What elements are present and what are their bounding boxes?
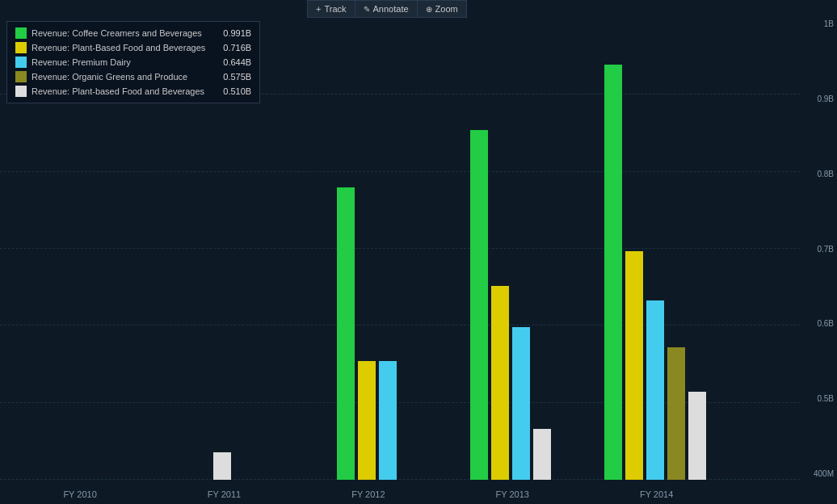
bar <box>667 347 685 480</box>
bar <box>337 187 355 480</box>
legend-value-2: 0.644B <box>210 57 251 67</box>
track-button[interactable]: + Track <box>308 1 355 17</box>
annotate-button[interactable]: ✎ Annotate <box>355 1 418 17</box>
legend-label-1: Revenue: Plant-Based Food and Beverages <box>32 43 205 52</box>
app-container: + Track ✎ Annotate ⊕ Zoom Revenue: Coffe… <box>0 0 837 504</box>
legend-color-plant <box>15 42 27 53</box>
y-label-6: 1B <box>824 19 834 28</box>
y-label-1: 0.5B <box>817 394 834 403</box>
x-label: FY 2013 <box>496 489 529 499</box>
bar <box>213 452 231 480</box>
grid-line-4 <box>0 248 801 249</box>
x-label: FY 2012 <box>351 489 385 499</box>
legend-color-dairy <box>15 57 27 68</box>
x-label: FY 2011 <box>208 489 241 499</box>
x-axis: FY 2010FY 2011FY 2012FY 2013FY 2014 <box>0 480 801 504</box>
y-label-4: 0.8B <box>817 170 834 178</box>
legend-label-3: Revenue: Organic Greens and Produce <box>32 72 187 82</box>
grid-line-3 <box>0 325 801 326</box>
legend-label-0: Revenue: Coffee Creamers and Beverages <box>32 28 202 38</box>
legend-item-2: Revenue: Premium Dairy 0.644B <box>15 55 251 69</box>
y-label-0: 400M <box>814 469 834 478</box>
legend-item-1: Revenue: Plant-Based Food and Beverages … <box>15 40 251 55</box>
bar <box>358 361 376 480</box>
annotate-icon: ✎ <box>364 5 370 14</box>
legend-value-0: 0.991B <box>210 28 251 38</box>
legend: Revenue: Coffee Creamers and Beverages 0… <box>6 21 260 103</box>
y-label-5: 0.9B <box>817 94 834 103</box>
grid-line-5 <box>0 171 801 172</box>
legend-item-4: Revenue: Plant-based Food and Beverages … <box>15 84 251 99</box>
bar <box>533 429 551 480</box>
zoom-button[interactable]: ⊕ Zoom <box>418 1 466 17</box>
legend-label-2: Revenue: Premium Dairy <box>32 57 131 67</box>
zoom-icon: ⊕ <box>426 5 432 14</box>
legend-label-4: Revenue: Plant-based Food and Beverages <box>32 86 204 96</box>
bar <box>491 286 509 480</box>
bar <box>646 300 664 480</box>
bar <box>688 392 706 480</box>
track-label: Track <box>324 4 346 14</box>
y-label-2: 0.6B <box>817 319 834 328</box>
bar <box>470 130 488 480</box>
legend-item-0: Revenue: Coffee Creamers and Beverages 0… <box>15 26 251 40</box>
legend-value-4: 0.510B <box>210 86 251 96</box>
legend-value-1: 0.716B <box>210 43 251 52</box>
x-label: FY 2010 <box>63 489 96 499</box>
x-label: FY 2014 <box>640 489 673 499</box>
bar <box>379 361 397 480</box>
bar <box>604 65 622 480</box>
toolbar: + Track ✎ Annotate ⊕ Zoom <box>307 0 467 18</box>
track-icon: + <box>316 4 321 14</box>
legend-color-coffee <box>15 27 27 39</box>
bar <box>512 327 530 480</box>
legend-color-plantbev <box>15 86 27 97</box>
annotate-label: Annotate <box>373 4 409 14</box>
legend-item-3: Revenue: Organic Greens and Produce 0.57… <box>15 69 251 84</box>
y-label-3: 0.7B <box>817 245 834 254</box>
y-axis: 400M 0.5B 0.6B 0.7B 0.8B 0.9B 1B <box>814 18 834 480</box>
zoom-label: Zoom <box>435 4 458 14</box>
legend-color-organic <box>15 71 27 82</box>
legend-value-3: 0.575B <box>210 72 251 82</box>
bar <box>625 251 643 480</box>
